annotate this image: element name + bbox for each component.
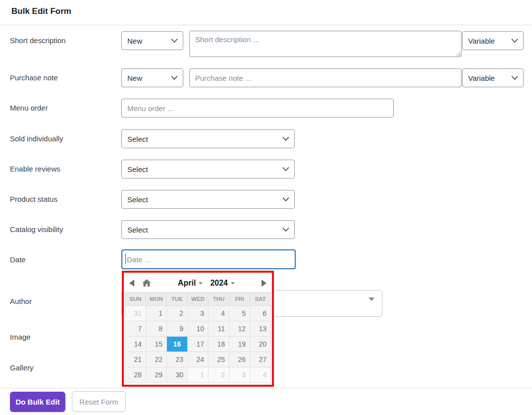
calendar-day-cell[interactable]: 31 xyxy=(125,306,146,321)
calendar-day-cell[interactable]: 8 xyxy=(146,321,167,337)
calendar-day-cell[interactable]: 26 xyxy=(229,352,250,367)
dropdown-arrow-icon xyxy=(369,297,374,301)
calendar-header: April 2024 xyxy=(124,274,271,292)
calendar-day-cell[interactable]: 6 xyxy=(250,306,271,321)
calendar-grid: SUNMONTUEWEDTHUFRISAT 311234567891011121… xyxy=(125,292,271,383)
calendar-day-cell[interactable]: 5 xyxy=(229,306,250,321)
label-product-status: Product status xyxy=(10,195,57,204)
short-description-textarea[interactable] xyxy=(189,31,462,57)
text-caret xyxy=(125,254,126,264)
calendar-day-name: TUE xyxy=(167,293,188,306)
calendar-day-cell[interactable]: 12 xyxy=(229,321,250,337)
label-catalog-visibility: Catalog visibility xyxy=(10,225,63,234)
header-divider xyxy=(0,25,532,25)
calendar-day-name: WED xyxy=(188,293,209,306)
calendar-day-cell[interactable]: 29 xyxy=(146,367,167,383)
label-sold-individually: Sold individually xyxy=(10,134,63,143)
footer-divider xyxy=(0,388,532,388)
home-icon[interactable] xyxy=(142,279,151,287)
calendar-month-year: April 2024 xyxy=(178,279,235,288)
calendar-day-cell[interactable]: 10 xyxy=(188,321,209,337)
purchase-note-mode-select[interactable]: New xyxy=(121,68,183,87)
do-bulk-edit-button[interactable]: Do Bulk Edit xyxy=(10,392,65,412)
calendar-day-cell[interactable]: 1 xyxy=(188,367,209,383)
purchase-note-input[interactable] xyxy=(189,68,462,87)
calendar-day-cell[interactable]: 15 xyxy=(146,337,167,352)
calendar-day-cell[interactable]: 14 xyxy=(125,337,146,352)
product-status-select[interactable]: Select xyxy=(121,190,295,209)
calendar-day-cell[interactable]: 7 xyxy=(125,321,146,337)
calendar-day-cell[interactable]: 2 xyxy=(167,306,188,321)
calendar-day-cell[interactable]: 11 xyxy=(209,321,229,337)
calendar-day-cell[interactable]: 2 xyxy=(209,367,229,383)
calendar-day-cell[interactable]: 13 xyxy=(250,321,271,337)
label-gallery: Gallery xyxy=(10,363,34,372)
calendar-day-cell[interactable]: 22 xyxy=(146,352,167,367)
calendar-day-cell[interactable]: 23 xyxy=(167,352,188,367)
label-purchase-note: Purchase note xyxy=(10,73,58,82)
date-input[interactable] xyxy=(121,249,296,269)
year-dropdown[interactable]: 2024 xyxy=(210,279,235,288)
calendar-day-cell[interactable]: 24 xyxy=(188,352,209,367)
purchase-note-type-select[interactable]: Variable xyxy=(462,68,524,87)
calendar-day-cell[interactable]: 3 xyxy=(188,306,209,321)
calendar-day-cell[interactable]: 30 xyxy=(167,367,188,383)
calendar-day-cell[interactable]: 19 xyxy=(229,337,250,352)
calendar-day-cell[interactable]: 3 xyxy=(229,367,250,383)
short-description-mode-select[interactable]: New xyxy=(121,31,183,50)
page-title: Bulk Edit Form xyxy=(11,6,71,16)
calendar-day-cell[interactable]: 4 xyxy=(209,306,229,321)
menu-order-input[interactable] xyxy=(121,99,394,118)
catalog-visibility-select[interactable]: Select xyxy=(121,220,295,239)
calendar-day-cell[interactable]: 25 xyxy=(209,352,229,367)
next-month-icon[interactable] xyxy=(262,280,266,287)
previous-month-icon[interactable] xyxy=(129,280,134,287)
calendar-day-name: THU xyxy=(209,293,229,306)
calendar-day-cell[interactable]: 17 xyxy=(188,337,209,352)
calendar-day-cell[interactable]: 9 xyxy=(167,321,188,337)
calendar-day-selected[interactable]: 16 xyxy=(167,337,188,352)
calendar-day-cell[interactable]: 1 xyxy=(146,306,167,321)
month-dropdown[interactable]: April xyxy=(178,279,203,288)
label-image: Image xyxy=(10,333,31,342)
small-caret-down-icon xyxy=(231,282,235,285)
label-enable-reviews: Enable reviews xyxy=(10,165,60,174)
label-author: Author xyxy=(10,297,32,306)
calendar-day-cell[interactable]: 4 xyxy=(250,367,271,383)
short-description-type-select[interactable]: Variable xyxy=(462,31,524,50)
calendar-day-cell[interactable]: 28 xyxy=(125,367,146,383)
label-date: Date xyxy=(10,255,26,264)
label-short-description: Short description xyxy=(10,36,66,45)
calendar-day-cell[interactable]: 21 xyxy=(125,352,146,367)
calendar-popup: April 2024 SUNMONTUEWEDTHUFRISAT 3112345… xyxy=(122,271,274,387)
enable-reviews-select[interactable]: Select xyxy=(121,160,295,178)
calendar-day-cell[interactable]: 27 xyxy=(250,352,271,367)
calendar-day-name: SAT xyxy=(250,293,271,306)
calendar-day-cell[interactable]: 18 xyxy=(209,337,229,352)
reset-form-button[interactable]: Reset Form xyxy=(72,391,126,412)
sold-individually-select[interactable]: Select xyxy=(121,129,295,148)
date-field-wrapper xyxy=(121,249,296,269)
small-caret-down-icon xyxy=(199,282,203,285)
calendar-day-name: SUN xyxy=(125,293,146,306)
calendar-day-cell[interactable]: 20 xyxy=(250,337,271,352)
label-menu-order: Menu order xyxy=(10,104,48,113)
calendar-day-name: FRI xyxy=(229,293,250,306)
calendar-day-name: MON xyxy=(146,293,167,306)
